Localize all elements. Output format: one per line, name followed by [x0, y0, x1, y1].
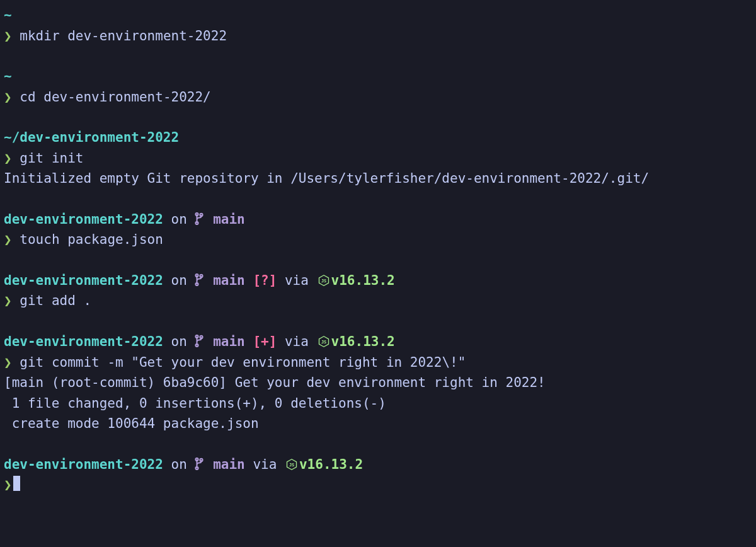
dir-name: dev-environment-2022 [4, 273, 163, 288]
git-status: [?] [253, 273, 277, 288]
node-icon: JS [317, 273, 331, 288]
svg-text:JS: JS [321, 340, 326, 345]
on-text: on [171, 334, 187, 349]
git-branch-icon [195, 212, 205, 227]
prompt-char: ❯ [4, 355, 12, 370]
command-text: mkdir dev-environment-2022 [20, 28, 227, 43]
command-text: git commit -m "Get your dev environment … [20, 355, 466, 370]
prompt-char: ❯ [4, 293, 12, 308]
command-text: git add . [20, 293, 91, 308]
via-text: via [285, 273, 309, 288]
prompt-char: ❯ [4, 89, 12, 105]
dir-name: dev-environment-2022 [4, 457, 163, 472]
terminal[interactable]: ~ ❯ mkdir dev-environment-2022 ~ ❯ cd de… [4, 5, 752, 495]
cwd-path: ~/dev-environment-2022 [4, 130, 179, 145]
command-text: git init [20, 151, 83, 166]
cursor[interactable] [13, 476, 20, 491]
prompt-char: ❯ [4, 151, 12, 166]
command-block: ~ ❯ cd dev-environment-2022/ [4, 66, 752, 107]
command-block: ~/dev-environment-2022 ❯ git init Initia… [4, 127, 752, 189]
command-block: dev-environment-2022 on main [?] via JSv… [4, 270, 752, 311]
cwd-path: ~ [4, 69, 12, 84]
command-text: touch package.json [20, 232, 163, 247]
command-output: create mode 100644 package.json [4, 413, 752, 434]
node-version: v16.13.2 [331, 334, 395, 349]
branch-name: main [213, 457, 245, 472]
cwd-path: ~ [4, 8, 12, 23]
svg-text:JS: JS [289, 463, 294, 468]
node-icon: JS [317, 334, 331, 349]
via-text: via [285, 334, 309, 349]
git-branch-icon [195, 273, 205, 288]
node-icon: JS [285, 457, 299, 472]
command-block: dev-environment-2022 on main via JSv16.1… [4, 454, 752, 495]
prompt-char: ❯ [4, 477, 12, 492]
git-branch-icon [195, 457, 205, 472]
command-output: 1 file changed, 0 insertions(+), 0 delet… [4, 393, 752, 414]
branch-name: main [213, 334, 245, 349]
node-version: v16.13.2 [331, 273, 395, 288]
command-block: dev-environment-2022 on main ❯ touch pac… [4, 209, 752, 250]
command-block: dev-environment-2022 on main [+] via JSv… [4, 331, 752, 434]
git-status: [+] [253, 334, 277, 349]
dir-name: dev-environment-2022 [4, 212, 163, 227]
prompt-char: ❯ [4, 232, 12, 247]
command-text: cd dev-environment-2022/ [20, 89, 210, 105]
command-output: Initialized empty Git repository in /Use… [4, 168, 752, 189]
git-branch-icon [195, 334, 205, 349]
command-block: ~ ❯ mkdir dev-environment-2022 [4, 5, 752, 46]
prompt-char: ❯ [4, 28, 12, 43]
branch-name: main [213, 273, 245, 288]
node-version: v16.13.2 [299, 457, 363, 472]
on-text: on [171, 212, 187, 227]
on-text: on [171, 457, 187, 472]
svg-text:JS: JS [321, 279, 326, 284]
on-text: on [171, 273, 187, 288]
dir-name: dev-environment-2022 [4, 334, 163, 349]
branch-name: main [213, 212, 245, 227]
command-output: [main (root-commit) 6ba9c60] Get your de… [4, 372, 752, 393]
via-text: via [253, 457, 277, 472]
